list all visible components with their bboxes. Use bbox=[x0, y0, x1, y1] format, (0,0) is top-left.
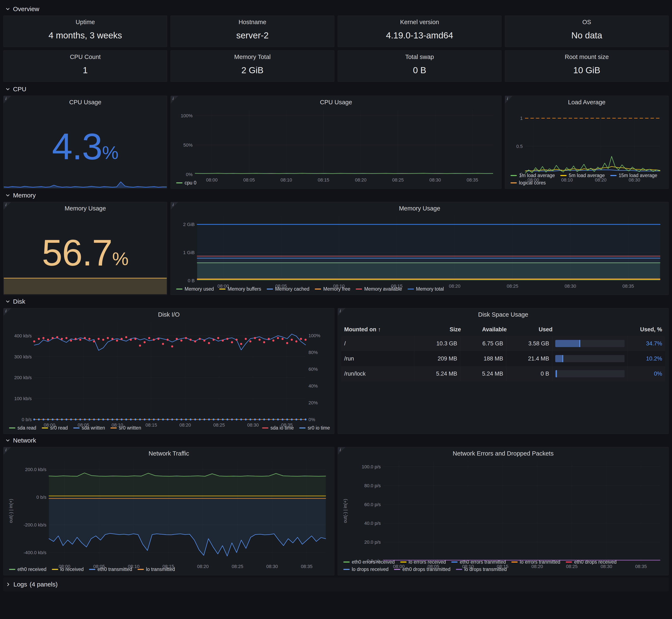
svg-text:100%: 100% bbox=[181, 113, 193, 118]
panel-info-icon[interactable]: i bbox=[338, 447, 346, 455]
panel-total-swap: Total swap 0 B bbox=[338, 50, 501, 82]
section-header-cpu[interactable]: CPU bbox=[3, 83, 669, 96]
svg-text:08:25: 08:25 bbox=[232, 564, 243, 569]
svg-text:08:30: 08:30 bbox=[429, 177, 441, 183]
network-traffic-chart[interactable]: 200.0 kb/s0 b/s-200.0 kb/s-400.0 kb/s08:… bbox=[7, 458, 331, 565]
panel-title[interactable]: CPU Count bbox=[7, 53, 164, 61]
svg-text:300 kb/s: 300 kb/s bbox=[14, 354, 32, 359]
panel-title[interactable]: Root mount size bbox=[508, 53, 665, 61]
stat-value: 4 months, 3 weeks bbox=[7, 27, 164, 44]
panel-info-icon[interactable]: i bbox=[171, 96, 178, 104]
panel-info-icon[interactable]: i bbox=[338, 308, 346, 316]
svg-text:08:05: 08:05 bbox=[93, 564, 105, 569]
panel-network-traffic: i Network Traffic 200.0 kb/s0 b/s-200.0 … bbox=[3, 447, 334, 575]
panel-title[interactable]: Memory Usage bbox=[174, 205, 665, 212]
column-header-mounted-on[interactable]: Mounted on ↑ bbox=[341, 326, 418, 333]
panel-info-icon[interactable]: i bbox=[171, 202, 178, 210]
disk-io-chart[interactable]: 0 b/s100 kb/s200 kb/s300 kb/s400 kb/s0%2… bbox=[7, 319, 331, 423]
cell-available: 6.75 GB bbox=[460, 336, 506, 351]
column-header-size[interactable]: Size bbox=[418, 326, 464, 333]
svg-text:0.0 p/s: 0.0 p/s bbox=[367, 558, 381, 564]
column-header-available[interactable]: Available bbox=[464, 326, 510, 333]
svg-text:08:30: 08:30 bbox=[247, 422, 259, 428]
svg-text:60%: 60% bbox=[308, 366, 318, 372]
svg-text:08:25: 08:25 bbox=[507, 283, 518, 289]
panel-title[interactable]: Network Errors and Dropped Packets bbox=[341, 450, 665, 457]
stat-value: 1 bbox=[7, 62, 164, 79]
sort-ascending-icon: ↑ bbox=[378, 326, 381, 333]
svg-text:1: 1 bbox=[520, 116, 523, 121]
chevron-right-icon bbox=[5, 581, 11, 587]
section-header-logs[interactable]: Logs (4 panels) bbox=[3, 577, 669, 591]
panel-cpu-usage-stat: i CPU Usage 4.3% bbox=[3, 96, 167, 189]
svg-text:0 b/s: 0 b/s bbox=[22, 417, 32, 422]
svg-text:400 kb/s: 400 kb/s bbox=[14, 333, 32, 338]
panel-info-icon[interactable]: i bbox=[4, 96, 11, 104]
load-average-chart[interactable]: 00.5108:0008:1008:2008:30 bbox=[508, 107, 665, 171]
panel-info-icon[interactable]: i bbox=[4, 447, 11, 455]
section-header-disk[interactable]: Disk bbox=[3, 295, 669, 308]
table-header-row: Mounted on ↑ Size Available Used Used, % bbox=[341, 323, 665, 336]
svg-text:08:25: 08:25 bbox=[213, 422, 225, 428]
panel-hostname: Hostname server-2 bbox=[171, 15, 334, 47]
panel-disk-space-usage: i Disk Space Usage Mounted on ↑ Size Ava… bbox=[338, 308, 669, 434]
svg-text:08:25: 08:25 bbox=[566, 564, 577, 569]
panel-title[interactable]: Memory Usage bbox=[7, 205, 164, 212]
network-errors-chart[interactable]: 0.0 p/s20.0 p/s40.0 p/s60.0 p/s80.0 p/s1… bbox=[341, 458, 665, 557]
cell-used-pct: 10.2% bbox=[627, 351, 665, 366]
panel-title[interactable]: Hostname bbox=[174, 18, 331, 26]
chevron-down-icon bbox=[5, 6, 10, 12]
svg-text:08:30: 08:30 bbox=[601, 564, 612, 569]
panel-title[interactable]: CPU Usage bbox=[7, 98, 164, 106]
svg-text:60.0 p/s: 60.0 p/s bbox=[364, 502, 381, 507]
svg-text:-400.0 kb/s: -400.0 kb/s bbox=[23, 550, 46, 555]
column-header-used-pct[interactable]: Used, % bbox=[555, 326, 665, 333]
cell-used-pct-bar bbox=[552, 366, 627, 381]
stat-value: 0 B bbox=[341, 62, 498, 79]
column-header-used[interactable]: Used bbox=[510, 326, 555, 333]
cell-size: 5.24 MB bbox=[414, 366, 460, 381]
section-header-overview[interactable]: Overview bbox=[3, 3, 669, 15]
svg-text:08:35: 08:35 bbox=[301, 564, 312, 569]
memory-usage-chart[interactable]: 0 B1 GiB2 GiB08:0008:0508:1008:1508:2008… bbox=[174, 213, 665, 284]
section-header-network[interactable]: Network bbox=[3, 434, 669, 447]
panel-uptime: Uptime 4 months, 3 weeks bbox=[3, 15, 167, 47]
svg-text:08:35: 08:35 bbox=[635, 564, 647, 569]
cell-mounted-on[interactable]: /run/lock bbox=[341, 366, 414, 381]
panel-title[interactable]: OS bbox=[508, 18, 665, 26]
svg-text:-200.0 kb/s: -200.0 kb/s bbox=[23, 522, 46, 528]
cell-mounted-on[interactable]: /run bbox=[341, 351, 414, 366]
panel-title[interactable]: Total swap bbox=[341, 53, 498, 61]
panel-title[interactable]: Disk I/O bbox=[7, 311, 331, 318]
stat-value: server-2 bbox=[174, 27, 331, 44]
svg-text:200 kb/s: 200 kb/s bbox=[14, 375, 32, 381]
overview-stats-grid: Uptime 4 months, 3 weeks Hostname server… bbox=[3, 15, 669, 82]
svg-text:80%: 80% bbox=[308, 350, 318, 355]
panel-memory-usage-chart: i Memory Usage 0 B1 GiB2 GiB08:0008:0508… bbox=[171, 202, 669, 295]
svg-text:0.5: 0.5 bbox=[516, 144, 523, 149]
svg-text:1 GiB: 1 GiB bbox=[183, 250, 195, 255]
svg-text:08:10: 08:10 bbox=[333, 283, 345, 289]
panel-title[interactable]: CPU Usage bbox=[174, 98, 498, 106]
chevron-down-icon bbox=[5, 438, 10, 443]
svg-text:100.0 p/s: 100.0 p/s bbox=[362, 464, 381, 469]
panel-title[interactable]: Memory Total bbox=[174, 53, 331, 61]
panel-title[interactable]: Network Traffic bbox=[7, 450, 331, 457]
panel-info-icon[interactable]: i bbox=[4, 202, 11, 210]
panel-info-icon[interactable]: i bbox=[4, 308, 11, 316]
cpu-usage-chart[interactable]: 0%50%100%08:0008:0508:1008:1508:2008:250… bbox=[174, 107, 498, 178]
section-header-memory[interactable]: Memory bbox=[3, 189, 669, 202]
panel-title[interactable]: Uptime bbox=[7, 18, 164, 26]
panel-info-icon[interactable]: i bbox=[505, 96, 512, 104]
panel-kernel-version: Kernel version 4.19.0-13-amd64 bbox=[338, 15, 501, 47]
panel-title[interactable]: Disk Space Usage bbox=[341, 311, 665, 318]
cell-used-pct: 0% bbox=[627, 366, 665, 381]
svg-text:08:30: 08:30 bbox=[266, 564, 278, 569]
svg-text:08:05: 08:05 bbox=[78, 422, 89, 428]
cell-mounted-on[interactable]: / bbox=[341, 336, 414, 351]
svg-text:08:20: 08:20 bbox=[355, 177, 366, 183]
panel-title[interactable]: Load Average bbox=[508, 98, 665, 106]
panel-title[interactable]: Kernel version bbox=[341, 18, 498, 26]
svg-text:80.0 p/s: 80.0 p/s bbox=[364, 483, 381, 488]
svg-text:0%: 0% bbox=[186, 172, 193, 177]
